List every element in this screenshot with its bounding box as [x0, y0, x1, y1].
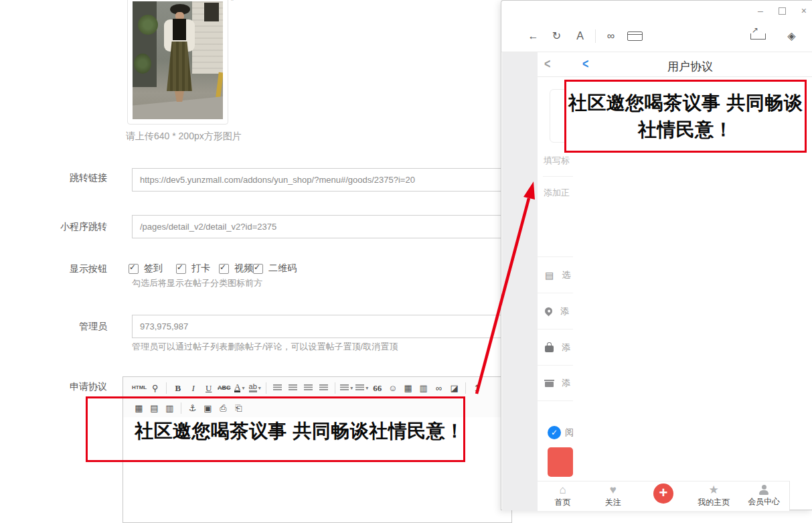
eraser-icon[interactable]: ◪ [447, 381, 461, 395]
clipped-text-mark: ” [231, 0, 234, 7]
browser-window-icon[interactable] [627, 31, 643, 41]
line-height-icon[interactable]: ↥ [470, 381, 484, 395]
option-row-text: 添 [560, 305, 569, 317]
miniapp-field-label: 小程序跳转 [20, 221, 107, 233]
checkbox-checked-icon[interactable] [219, 264, 229, 274]
back-chevron-icon[interactable]: < [544, 56, 550, 71]
option-row-bag[interactable]: 添 [538, 329, 573, 365]
font-size-icon[interactable]: A [573, 29, 587, 44]
cube-icon[interactable]: ◈ [785, 29, 799, 44]
preview-icon[interactable]: ⚲ [148, 381, 162, 395]
agreement-field-label: 申请协议 [20, 381, 107, 393]
admin-input[interactable] [132, 315, 511, 338]
tab-star[interactable]: ★我的主页 [697, 484, 730, 508]
checkbox-video[interactable]: 视频 [219, 263, 253, 275]
admin-field-label: 管理员 [20, 321, 107, 333]
checkbox-punch[interactable]: 打卡 [176, 263, 210, 275]
share-icon[interactable] [750, 33, 766, 40]
toolbar-separator [465, 382, 466, 394]
checkbox-checked-icon[interactable] [253, 264, 263, 274]
hyperlink-icon[interactable]: ∞ [432, 381, 446, 395]
back-icon[interactable]: ← [526, 29, 540, 44]
checkbox-checked-icon[interactable] [129, 264, 139, 274]
unordered-list-icon[interactable]: ▾ [355, 381, 369, 395]
plus-icon: + [653, 483, 673, 504]
home-icon: ⌂ [559, 484, 566, 496]
minimize-icon[interactable]: – [758, 6, 763, 15]
html-source-icon[interactable]: HTML [132, 381, 147, 395]
strikethrough-icon[interactable]: ABC [217, 381, 231, 395]
body-placeholder[interactable]: 添加正 [544, 187, 570, 199]
maximize-icon[interactable] [779, 7, 786, 15]
agreement-headline-line1: 社区邀您喝茶议事 共同畅谈 [568, 90, 803, 117]
highlight-annotation-left [86, 396, 465, 462]
align-left-icon[interactable] [270, 381, 285, 395]
app-preview-window: – × ←↻A∞ ◈ < < 用户协议 填写标 添加正 ▤选添添添 ✓ 阅 ⌂首… [501, 0, 812, 510]
page-title: 用户协议 [573, 59, 807, 74]
agreement-check-row[interactable]: ✓ 阅 [538, 426, 573, 439]
option-row-text: 选 [562, 269, 570, 281]
font-color-icon[interactable]: A▾ [232, 381, 246, 395]
title-placeholder[interactable]: 填写标 [544, 155, 570, 167]
toolbar-separator [266, 382, 266, 394]
option-row-text: 添 [562, 377, 570, 389]
align-right-icon[interactable] [301, 381, 315, 395]
option-row-location[interactable]: 添 [538, 293, 573, 329]
tab-person[interactable]: 会员中心 [747, 485, 781, 508]
toolbar-separator [335, 382, 335, 394]
location-icon [544, 306, 554, 317]
tab-heart[interactable]: ♥关注 [596, 484, 630, 508]
tab-plus[interactable]: + [647, 489, 680, 504]
close-icon[interactable]: × [801, 5, 807, 16]
show-buttons-hint: 勾选后将显示在帖子分类图标前方 [132, 277, 262, 289]
show-buttons-label: 显示按钮 [20, 263, 107, 275]
bag-icon [545, 346, 554, 352]
tab-label: 首页 [555, 497, 571, 508]
checkbox-qrcode[interactable]: 二维码 [253, 263, 297, 275]
option-row-category[interactable]: ▤选 [538, 256, 573, 293]
align-justify-icon[interactable] [317, 381, 331, 395]
publish-button[interactable] [548, 447, 573, 477]
person-icon [758, 485, 769, 496]
preview-toolbar: ←↻A∞ ◈ [501, 21, 812, 52]
tab-label: 会员中心 [748, 496, 780, 508]
ordered-list-icon[interactable]: ▾ [339, 381, 353, 395]
video-icon[interactable]: ▥ [416, 381, 430, 395]
image-icon[interactable]: ▦ [401, 381, 415, 395]
admin-hint: 管理员可以通过帖子列表删除帖子/评论，可以设置帖子置顶/取消置顶 [132, 341, 398, 353]
tab-home[interactable]: ⌂首页 [546, 484, 580, 508]
italic-icon[interactable]: I [186, 381, 200, 395]
app-tabbar: ⌂首页♥关注+★我的主页会员中心 [538, 481, 790, 511]
blockquote-icon[interactable]: 66 [370, 381, 384, 395]
uploaded-image-preview [133, 1, 223, 119]
highlight-annotation-right: 社区邀您喝茶议事 共同畅谈 社情民意！ [564, 80, 807, 153]
upload-hint: 请上传640 * 200px方形图片 [126, 131, 242, 143]
refresh-icon[interactable]: ↻ [550, 29, 564, 44]
miniapp-input[interactable] [132, 215, 511, 238]
checkbox-label: 视频 [234, 263, 253, 275]
page-header-divider [538, 76, 812, 77]
agree-check-icon[interactable]: ✓ [548, 426, 561, 439]
align-center-icon[interactable] [286, 381, 300, 395]
agreement-headline-line2: 社情民意！ [638, 117, 734, 143]
checkbox-label: 签到 [144, 263, 163, 275]
highlight-icon[interactable]: ab▾ [248, 381, 262, 395]
emoticon-icon[interactable]: ☺ [386, 381, 400, 395]
upload-image-card[interactable] [127, 0, 228, 125]
option-row-text: 添 [562, 342, 570, 354]
link-field-label: 跳转链接 [20, 172, 107, 184]
link-icon[interactable]: ∞ [604, 29, 618, 44]
option-row-box[interactable]: 添 [538, 365, 573, 401]
link-input[interactable] [132, 168, 511, 192]
page-left-gutter [502, 52, 538, 510]
toolbar-separator [166, 382, 167, 394]
checkbox-signin[interactable]: 签到 [129, 263, 163, 275]
box-icon [545, 382, 554, 387]
checkbox-label: 二维码 [268, 263, 297, 275]
checkbox-label: 打卡 [191, 263, 210, 275]
bold-icon[interactable]: B [171, 381, 185, 395]
underline-icon[interactable]: U [201, 381, 216, 395]
checkbox-checked-icon[interactable] [176, 264, 186, 274]
agreement-link-text[interactable]: 阅 [565, 427, 573, 439]
window-titlebar[interactable]: – × [501, 1, 812, 21]
